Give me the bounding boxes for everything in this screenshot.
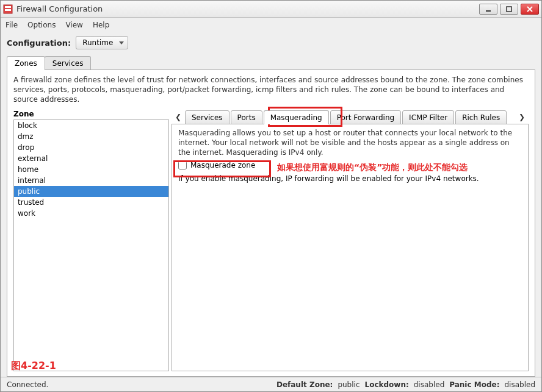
window-title: Firewall Configuration: [16, 4, 479, 13]
annotation-highlight-checkbox: [173, 160, 271, 177]
zone-item-dmz[interactable]: dmz: [14, 131, 168, 142]
status-connected: Connected.: [7, 380, 48, 389]
status-panic-value: disabled: [504, 380, 535, 389]
inner-tab-masquerading[interactable]: Masquerading: [264, 110, 329, 124]
tab-zones[interactable]: Zones: [7, 56, 45, 70]
tab-services[interactable]: Services: [45, 56, 92, 70]
scroll-left-button[interactable]: ❮: [172, 110, 185, 124]
svg-rect-2: [5, 9, 11, 11]
status-lockdown-label: Lockdown:: [364, 380, 408, 389]
zone-item-block[interactable]: block: [14, 120, 168, 131]
zone-item-drop[interactable]: drop: [14, 142, 168, 153]
zone-item-trusted[interactable]: trusted: [14, 197, 168, 208]
close-button[interactable]: [521, 4, 539, 15]
inner-tab-ports[interactable]: Ports: [231, 110, 262, 124]
app-window: Firewall Configuration File Options View…: [0, 0, 542, 392]
zone-item-internal[interactable]: internal: [14, 175, 168, 186]
statusbar: Connected. Default Zone: public Lockdown…: [1, 377, 541, 391]
menubar: File Options View Help: [1, 18, 541, 32]
masq-description: Masquerading allows you to set up a host…: [178, 128, 522, 158]
config-row: Configuration: Runtime: [1, 32, 541, 55]
inner-tabs: Services Ports Masquerading Port Forward…: [185, 110, 515, 124]
inner-tab-rich-rules[interactable]: Rich Rules: [455, 110, 507, 124]
svg-rect-4: [507, 7, 511, 12]
zones-panel: A firewalld zone defines the level of tr…: [7, 69, 535, 377]
masquerading-content: Masquerading allows you to set up a host…: [172, 124, 529, 371]
top-tabs: Zones Services: [1, 55, 541, 69]
status-lockdown-value: disabled: [414, 380, 445, 389]
menu-options[interactable]: Options: [27, 21, 56, 29]
zone-item-external[interactable]: external: [14, 153, 168, 164]
status-default-zone-value: public: [338, 380, 360, 389]
zone-description: A firewalld zone defines the level of tr…: [13, 75, 529, 105]
minimize-button[interactable]: [479, 4, 497, 15]
status-default-zone-label: Default Zone:: [276, 380, 333, 389]
chevron-down-icon: [119, 41, 124, 45]
config-value: Runtime: [82, 38, 113, 47]
menu-help[interactable]: Help: [93, 21, 109, 29]
annotation-figure-label: 图4-22-1: [11, 360, 56, 372]
zone-item-public[interactable]: public: [14, 186, 168, 197]
zone-item-home[interactable]: home: [14, 164, 168, 175]
maximize-button[interactable]: [500, 4, 518, 15]
zone-heading: Zone: [13, 110, 169, 118]
status-panic-label: Panic Mode:: [449, 380, 499, 389]
app-icon: [3, 4, 13, 14]
inner-tab-icmp-filter[interactable]: ICMP Filter: [402, 110, 454, 124]
zone-item-work[interactable]: work: [14, 208, 168, 219]
svg-rect-1: [5, 6, 11, 8]
menu-file[interactable]: File: [5, 21, 18, 29]
menu-view[interactable]: View: [65, 21, 82, 29]
config-combo[interactable]: Runtime: [76, 36, 128, 49]
scroll-right-button[interactable]: ❯: [515, 110, 529, 124]
config-label: Configuration:: [7, 38, 71, 48]
inner-tab-services[interactable]: Services: [185, 110, 229, 124]
titlebar: Firewall Configuration: [1, 1, 541, 18]
annotation-text: 如果想使用富规则的“伪装”功能，则此处不能勾选: [277, 162, 521, 173]
zone-list[interactable]: blockdmzdropexternalhomeinternalpublictr…: [13, 119, 169, 371]
